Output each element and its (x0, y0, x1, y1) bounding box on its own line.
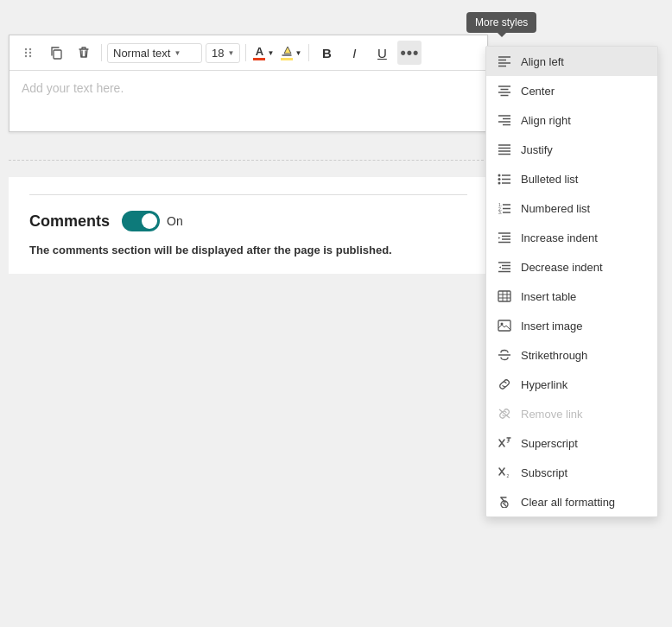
svg-point-27 (498, 182, 501, 185)
editor-content[interactable]: Add your text here. (10, 71, 487, 131)
text-color-chevron: ▼ (267, 49, 274, 57)
menu-item-align-left[interactable]: Align left (486, 47, 657, 76)
menu-label-numbered-list: Numbered list (521, 202, 590, 215)
bold-button[interactable]: B (314, 41, 339, 65)
svg-point-1 (25, 52, 27, 54)
menu-label-remove-link: Remove link (521, 408, 583, 421)
text-color-letter: A (256, 46, 263, 57)
toggle-track (122, 211, 160, 231)
clear-formatting-icon (497, 494, 512, 510)
menu-label-align-left: Align left (521, 55, 564, 68)
menu-item-insert-table[interactable]: Insert table (486, 282, 657, 311)
menu-item-justify[interactable]: Justify (486, 135, 657, 164)
font-size-chevron: ▼ (227, 49, 234, 57)
highlight-color-button[interactable]: ▼ (279, 41, 303, 65)
page-container: More styles (0, 0, 672, 627)
menu-label-subscript: Subscript (521, 466, 567, 479)
remove-link-icon (497, 406, 512, 421)
strikethrough-icon (497, 347, 512, 363)
menu-item-numbered-list[interactable]: 1. 2. 3. Numbered list (486, 193, 657, 223)
menu-item-increase-indent[interactable]: Increase indent (486, 223, 657, 252)
svg-line-55 (503, 503, 506, 506)
menu-item-decrease-indent[interactable]: Decrease indent (486, 252, 657, 282)
insert-table-icon (497, 288, 512, 304)
toolbar: Normal text ▼ 18 ▼ A ▼ (10, 35, 487, 71)
svg-text:2: 2 (507, 439, 510, 444)
svg-text:3.: 3. (498, 210, 502, 214)
editor-area: Normal text ▼ 18 ▼ A ▼ (9, 35, 488, 132)
menu-label-center: Center (521, 85, 555, 98)
underline-button[interactable]: U (370, 41, 394, 65)
menu-item-strikethrough[interactable]: Strikethrough (486, 340, 657, 370)
menu-item-subscript[interactable]: 2 Subscript (486, 458, 657, 487)
toggle-switch[interactable] (122, 211, 160, 231)
svg-text:2: 2 (507, 473, 510, 478)
toggle-on-label: On (167, 214, 183, 228)
svg-rect-48 (498, 320, 510, 331)
text-color-button[interactable]: A ▼ (251, 41, 276, 65)
insert-image-icon (497, 318, 512, 333)
more-options-button[interactable]: ••• (397, 41, 422, 65)
menu-item-align-right[interactable]: Align right (486, 105, 657, 135)
menu-label-strikethrough: Strikethrough (521, 349, 587, 362)
numbered-list-icon: 1. 2. 3. (497, 200, 512, 216)
menu-label-superscript: Superscript (521, 437, 578, 450)
toggle-container[interactable]: On (122, 211, 183, 231)
center-icon (497, 83, 512, 98)
menu-item-clear-formatting[interactable]: Clear all formatting (486, 487, 657, 516)
italic-button[interactable]: I (342, 41, 366, 65)
menu-label-hyperlink: Hyperlink (521, 378, 567, 391)
comments-note: The comments section will be displayed a… (29, 244, 467, 256)
style-selector-label: Normal text (113, 47, 170, 60)
menu-label-insert-image: Insert image (521, 320, 583, 332)
svg-point-3 (29, 48, 31, 50)
svg-point-25 (498, 178, 501, 180)
menu-label-align-right: Align right (521, 114, 571, 127)
toggle-thumb (142, 213, 157, 229)
menu-item-remove-link: Remove link (486, 399, 657, 428)
svg-rect-43 (498, 291, 510, 301)
menu-item-superscript[interactable]: 2 Superscript (486, 428, 657, 458)
divider-2 (245, 44, 246, 61)
align-right-icon (497, 112, 512, 128)
menu-label-increase-indent: Increase indent (521, 231, 598, 244)
text-color-bar (253, 58, 265, 60)
align-left-icon (497, 54, 512, 69)
increase-indent-icon (497, 230, 512, 245)
menu-item-hyperlink[interactable]: Hyperlink (486, 370, 657, 399)
svg-point-5 (29, 55, 31, 57)
dashed-separator-top (9, 160, 488, 161)
drag-handle-icon[interactable] (16, 41, 41, 65)
delete-icon[interactable] (72, 41, 96, 65)
divider-1 (101, 44, 102, 61)
justify-icon (497, 142, 512, 157)
menu-label-bulleted-list: Bulleted list (521, 173, 578, 186)
dropdown-menu: Align left Center (485, 46, 658, 517)
style-selector[interactable]: Normal text ▼ (107, 43, 202, 63)
svg-point-0 (25, 48, 27, 50)
font-size-label: 18 (212, 47, 224, 60)
svg-point-2 (25, 55, 27, 57)
menu-item-bulleted-list[interactable]: Bulleted list (486, 164, 657, 193)
comments-label: Comments (29, 212, 110, 231)
editor-placeholder: Add your text here. (22, 81, 124, 95)
menu-label-decrease-indent: Decrease indent (521, 261, 603, 274)
comments-row: Comments On (29, 211, 467, 231)
highlight-chevron: ▼ (295, 49, 301, 57)
subscript-icon: 2 (497, 465, 512, 480)
copy-icon[interactable] (44, 41, 68, 65)
font-size-selector[interactable]: 18 ▼ (206, 43, 240, 63)
menu-label-insert-table: Insert table (521, 290, 576, 303)
menu-item-center[interactable]: Center (486, 76, 657, 105)
more-styles-tooltip: More styles (466, 12, 536, 33)
svg-rect-6 (54, 50, 61, 59)
hyperlink-icon (497, 377, 512, 392)
menu-item-insert-image[interactable]: Insert image (486, 311, 657, 340)
bulleted-list-icon (497, 171, 512, 187)
svg-point-23 (498, 174, 501, 177)
menu-label-justify: Justify (521, 143, 553, 156)
divider-3 (308, 44, 309, 61)
highlight-bar (281, 58, 293, 60)
menu-label-clear-formatting: Clear all formatting (521, 496, 615, 509)
decrease-indent-icon (497, 259, 512, 275)
